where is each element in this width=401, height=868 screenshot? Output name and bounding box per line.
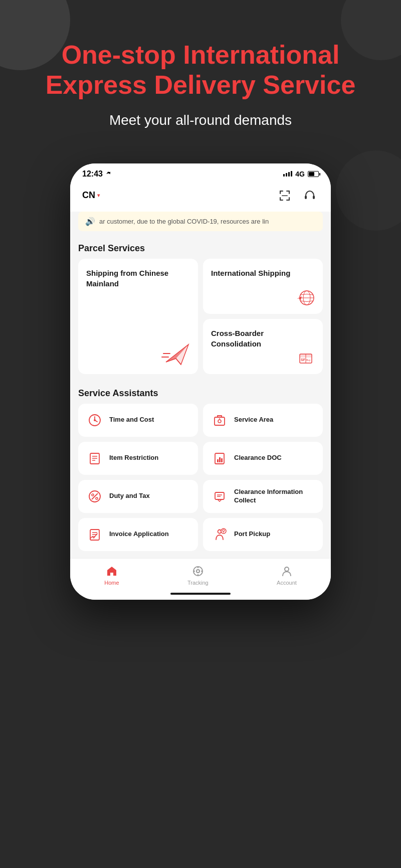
service-assistants-header: Service Assistants	[78, 381, 323, 404]
svg-rect-6	[280, 197, 281, 201]
mainland-shipping-icon	[161, 339, 191, 367]
parcel-card-international-title: International Shipping	[211, 268, 315, 278]
svg-point-33	[218, 420, 221, 423]
status-bar: 12:43 4G	[70, 163, 331, 183]
tab-account-label: Account	[277, 580, 297, 586]
crossborder-icon: SF Buy	[296, 349, 316, 367]
service-label-invoice-app: Invoice Application	[109, 530, 169, 539]
region-dropdown-icon: ▾	[97, 193, 100, 198]
signal-bars	[283, 171, 292, 177]
hero-section: One-stop International Express Delivery …	[0, 0, 401, 143]
hero-title: One-stop International Express Delivery …	[20, 40, 381, 100]
svg-rect-40	[217, 459, 219, 462]
svg-marker-21	[297, 296, 302, 300]
item-restriction-icon	[86, 450, 103, 467]
hero-subtitle: Meet your all-round demands	[20, 112, 381, 128]
tracking-icon	[191, 565, 205, 578]
service-item-port-pickup[interactable]: Port Pickup	[203, 518, 323, 551]
svg-rect-4	[289, 191, 290, 194]
service-label-port-pickup: Port Pickup	[234, 530, 270, 539]
service-area-icon	[211, 412, 228, 429]
svg-point-46	[96, 497, 98, 499]
svg-rect-11	[313, 196, 315, 199]
service-label-time-cost: Time and Cost	[109, 416, 154, 424]
svg-rect-10	[305, 196, 307, 199]
parcel-card-mainland-title: Shipping from Chinese Mainland	[86, 268, 190, 289]
tab-tracking-label: Tracking	[187, 580, 209, 586]
clearance-info-icon	[211, 488, 228, 505]
svg-text:SF: SF	[301, 358, 306, 362]
scan-icon-button[interactable]	[276, 187, 294, 205]
clearance-doc-icon	[211, 450, 228, 467]
home-bar	[170, 593, 231, 595]
service-label-clearance-doc: Clearance DOC	[234, 454, 282, 462]
svg-text:Buy: Buy	[306, 359, 311, 362]
svg-rect-8	[289, 197, 290, 201]
signal-type: 4G	[295, 170, 305, 178]
region-label: CN	[82, 190, 95, 201]
tab-bar: Home Tracking	[70, 558, 331, 590]
time-cost-icon	[86, 412, 103, 429]
home-icon	[105, 565, 118, 578]
parcel-card-shipping-mainland[interactable]: Shipping from Chinese Mainland	[78, 259, 198, 374]
tab-home-label: Home	[104, 580, 119, 586]
service-assistants-grid: Time and Cost Service Area	[78, 404, 323, 551]
phone-mockup-wrapper: 12:43 4G	[0, 163, 401, 600]
service-label-item-restriction: Item Restriction	[109, 454, 158, 462]
port-pickup-icon	[211, 526, 228, 543]
notification-banner: 🔊 ar customer, due to the global COVID-1…	[78, 212, 323, 231]
international-shipping-icon	[296, 289, 316, 307]
notification-text: ar customer, due to the global COVID-19,…	[99, 218, 269, 225]
svg-rect-41	[219, 457, 221, 462]
service-item-clearance-doc[interactable]: Clearance DOC	[203, 442, 323, 475]
service-item-time-cost[interactable]: Time and Cost	[78, 404, 198, 437]
svg-line-44	[92, 493, 98, 499]
invoice-app-icon	[86, 526, 103, 543]
battery-indicator	[308, 171, 319, 177]
svg-point-63	[285, 567, 289, 571]
tab-home[interactable]: Home	[104, 565, 119, 586]
scan-icon	[278, 189, 291, 202]
app-content: Parcel Services Shipping from Chinese Ma…	[70, 236, 331, 551]
region-selector[interactable]: CN ▾	[82, 190, 100, 201]
parcel-services-header: Parcel Services	[78, 236, 323, 259]
svg-rect-42	[221, 458, 223, 462]
status-time: 12:43	[82, 169, 112, 179]
tab-account[interactable]: Account	[277, 565, 297, 586]
notification-icon: 🔊	[85, 217, 95, 226]
top-nav-icons	[276, 187, 319, 205]
account-icon	[280, 565, 293, 578]
svg-point-58	[196, 570, 199, 573]
phone-mockup: 12:43 4G	[70, 163, 331, 600]
service-item-clearance-info[interactable]: Clearance Information Collect	[203, 480, 323, 513]
svg-rect-31	[94, 414, 96, 415]
service-item-service-area[interactable]: Service Area	[203, 404, 323, 437]
headset-icon-button[interactable]	[301, 187, 319, 205]
status-right: 4G	[283, 170, 319, 178]
service-item-item-restriction[interactable]: Item Restriction	[78, 442, 198, 475]
service-item-duty-tax[interactable]: Duty and Tax	[78, 480, 198, 513]
service-label-service-area: Service Area	[234, 416, 273, 424]
service-label-duty-tax: Duty and Tax	[109, 492, 150, 500]
home-indicator	[70, 590, 331, 600]
svg-rect-47	[215, 492, 224, 499]
headset-icon	[303, 189, 316, 202]
duty-tax-icon	[86, 488, 103, 505]
svg-rect-9	[282, 195, 288, 196]
tab-tracking[interactable]: Tracking	[187, 565, 209, 586]
parcel-card-crossborder[interactable]: Cross-Boarder Consolidation SF Buy	[203, 319, 323, 374]
svg-rect-2	[280, 191, 281, 194]
svg-point-45	[92, 494, 94, 496]
parcel-card-crossborder-title: Cross-Boarder Consolidation	[211, 328, 315, 349]
location-icon	[105, 170, 112, 178]
service-item-invoice-app[interactable]: Invoice Application	[78, 518, 198, 551]
parcel-services-grid: Shipping from Chinese Mainland	[78, 259, 323, 374]
parcel-card-international[interactable]: International Shipping	[203, 259, 323, 314]
top-nav: CN ▾	[70, 183, 331, 212]
service-label-clearance-info: Clearance Information Collect	[234, 488, 315, 505]
